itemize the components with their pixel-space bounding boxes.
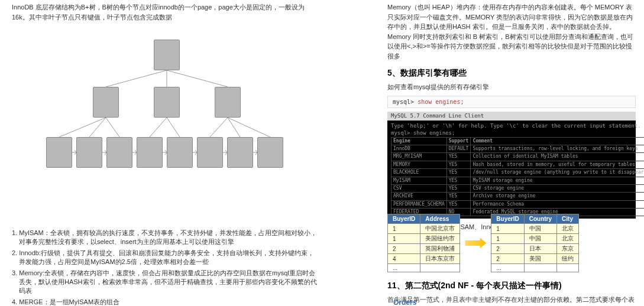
memory-desc: Memory（也叫 HEAP）堆内存：使用存在内存中的内容来创建表。每个 MEM… [387, 2, 636, 61]
sql-command: mysql> show engines; [387, 96, 636, 108]
list-item: 2. Innodb:行级锁，提供了具有提交、回滚和崩溃回复能力的事务安全，支持自… [12, 249, 319, 267]
terminal-title: MySQL 5.7 Command Line Client [387, 112, 636, 121]
btree-diagram [12, 28, 319, 178]
arrow-icon [465, 238, 486, 249]
svg-line-6 [150, 118, 167, 137]
svg-line-2 [167, 70, 228, 87]
svg-line-5 [106, 118, 119, 137]
orders-label: Orders [393, 298, 416, 306]
svg-line-7 [167, 118, 180, 137]
list-item: 3. Memory:全表锁，存储在内容中，速度快，但会占用和数据量成正比的内存空… [12, 269, 319, 296]
heading-11: 11、第二范式(2nd NF - 每个表只描述一件事情) [387, 281, 636, 291]
p5: 如何查看mysql提供的所有存储引擎 [387, 82, 636, 92]
list-item: 4. MERGE：是一组MyISAM表的组合 [12, 298, 319, 306]
nf-table-left: BuyerIDAddress1中国北京市1美国纽约市2英国利物浦4日本东京市..… [387, 214, 460, 272]
nf-table-right: BuyerIDCountryCity1中国北京1中国北京2日本东京2美国纽约..… [491, 214, 579, 272]
engine-list: 1. MyISAM：全表锁，拥有较高的执行速度，不支持事务，不支持外键，并发性能… [12, 229, 319, 306]
p11: 首先满足第一范式，并且表中非主键列不存在对主键的部分依赖。第二范式要求每个表只描… [387, 295, 636, 306]
svg-line-4 [89, 118, 106, 137]
list-item: 1. MyISAM：全表锁，拥有较高的执行速度，不支持事务，不支持外键，并发性能… [12, 229, 319, 247]
svg-line-3 [59, 118, 106, 137]
nf-tables: BuyerIDAddress1中国北京市1美国纽约市2英国利物浦4日本东京市..… [387, 214, 636, 272]
terminal: MySQL 5.7 Command Line Client Type 'help… [387, 112, 636, 219]
heading-5: 5、数据库引擎有哪些 [387, 68, 636, 79]
svg-line-0 [106, 70, 167, 87]
svg-line-8 [210, 118, 228, 137]
innodb-desc: InnoDB 底层存储结构为B+树，B树的每个节点对应innodb的一个page… [12, 2, 319, 22]
